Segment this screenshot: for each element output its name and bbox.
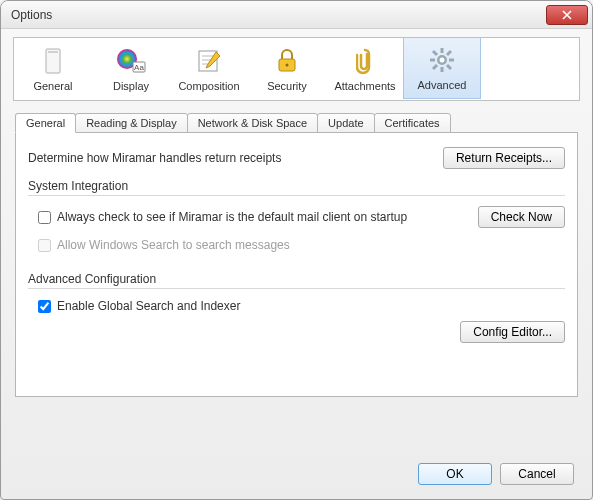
composition-icon [196, 46, 222, 76]
toolbar-attachments[interactable]: Attachments [326, 38, 404, 100]
windows-search-checkbox [38, 239, 51, 252]
system-integration-group: Always check to see if Miramar is the de… [28, 195, 565, 260]
toolbar-label: Attachments [334, 80, 395, 92]
toolbar-label: Display [113, 80, 149, 92]
advanced-icon [428, 45, 456, 75]
svg-line-19 [433, 65, 437, 69]
toolbar-composition[interactable]: Composition [170, 38, 248, 100]
global-search-checkbox[interactable] [38, 300, 51, 313]
titlebar: Options [1, 1, 592, 29]
toolbar-display[interactable]: Aa Display [92, 38, 170, 100]
subtab-certificates[interactable]: Certificates [374, 113, 451, 133]
windows-search-label: Allow Windows Search to search messages [57, 238, 290, 252]
toolbar-advanced[interactable]: Advanced [403, 37, 481, 99]
toolbar-general[interactable]: General [14, 38, 92, 100]
svg-point-10 [286, 64, 289, 67]
svg-point-20 [440, 58, 445, 63]
close-icon [562, 10, 572, 20]
cancel-button[interactable]: Cancel [500, 463, 574, 485]
svg-line-17 [447, 65, 451, 69]
receipts-description: Determine how Miramar handles return rec… [28, 151, 281, 165]
security-icon [276, 46, 298, 76]
toolbar-label: Security [267, 80, 307, 92]
subtab-general[interactable]: General [15, 113, 76, 133]
general-panel: Determine how Miramar handles return rec… [15, 132, 578, 397]
config-editor-button[interactable]: Config Editor... [460, 321, 565, 343]
system-integration-title: System Integration [28, 179, 565, 193]
svg-text:Aa: Aa [134, 63, 144, 72]
ok-button[interactable]: OK [418, 463, 492, 485]
display-icon: Aa [116, 46, 146, 76]
toolbar-label: Advanced [418, 79, 467, 91]
category-toolbar: General Aa Display Composition Security [13, 37, 580, 101]
return-receipts-button[interactable]: Return Receipts... [443, 147, 565, 169]
svg-line-18 [447, 51, 451, 55]
close-button[interactable] [546, 5, 588, 25]
advanced-config-group: Enable Global Search and Indexer Config … [28, 288, 565, 343]
always-check-default-label: Always check to see if Miramar is the de… [57, 210, 407, 224]
toolbar-label: General [33, 80, 72, 92]
check-now-button[interactable]: Check Now [478, 206, 565, 228]
global-search-label: Enable Global Search and Indexer [57, 299, 240, 313]
options-window: Options General Aa Display [0, 0, 593, 500]
attachments-icon [356, 46, 374, 76]
always-check-default-checkbox[interactable] [38, 211, 51, 224]
subtab-strip: General Reading & Display Network & Disk… [15, 113, 578, 133]
advanced-config-title: Advanced Configuration [28, 272, 565, 286]
dialog-footer: OK Cancel [1, 397, 592, 499]
windows-search-row: Allow Windows Search to search messages [38, 238, 290, 252]
always-check-default-row[interactable]: Always check to see if Miramar is the de… [38, 210, 407, 224]
general-icon [42, 46, 64, 76]
window-title: Options [11, 8, 546, 22]
svg-line-16 [433, 51, 437, 55]
toolbar-label: Composition [178, 80, 239, 92]
subtab-reading-display[interactable]: Reading & Display [75, 113, 188, 133]
subtab-network-disk[interactable]: Network & Disk Space [187, 113, 318, 133]
svg-rect-1 [48, 51, 58, 53]
toolbar-security[interactable]: Security [248, 38, 326, 100]
subtab-update[interactable]: Update [317, 113, 374, 133]
global-search-row[interactable]: Enable Global Search and Indexer [38, 299, 240, 313]
